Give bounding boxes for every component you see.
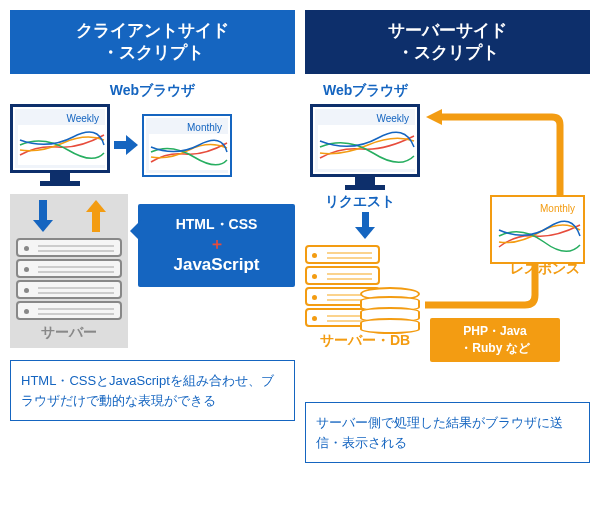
response-chart-monthly: Monthly: [490, 195, 585, 264]
request-label: リクエスト: [325, 193, 395, 211]
chart-icon: [149, 134, 229, 170]
callout-line1: HTML・CSS: [148, 216, 285, 234]
database-icon: [360, 287, 420, 329]
chart-icon: [497, 215, 582, 257]
plus-icon: ＋: [148, 234, 285, 255]
footer-description: HTML・CSSとJavaScriptを組み合わせ、ブラウザだけで動的な表現がで…: [10, 360, 295, 421]
browser-monitor-weekly: Weekly: [10, 104, 110, 186]
browser-label-right: Webブラウザ: [323, 82, 590, 100]
chart-title: Monthly: [497, 202, 578, 215]
server-box: サーバー: [10, 194, 128, 348]
server-side-panel: サーバーサイド ・スクリプト Webブラウザ Weekly: [305, 10, 590, 463]
lang-callout: PHP・Java ・Ruby など: [430, 318, 560, 362]
browser-monitor-weekly-right: Weekly: [310, 104, 420, 190]
chart-title: Weekly: [318, 112, 412, 125]
server-header: サーバーサイド ・スクリプト: [305, 10, 590, 74]
server-db-label: サーバー・DB: [320, 332, 410, 350]
browser-label-left: Webブラウザ: [10, 82, 295, 100]
chart-title-monthly: Monthly: [149, 121, 225, 134]
chart-icon: [18, 125, 106, 165]
chart-title-weekly: Weekly: [18, 112, 102, 125]
client-header: クライアントサイド ・スクリプト: [10, 10, 295, 74]
chart-icon: [318, 125, 416, 169]
client-side-panel: クライアントサイド ・スクリプト Webブラウザ Weekly: [10, 10, 295, 463]
server-label: サーバー: [16, 324, 122, 342]
callout-line2: JavaScript: [148, 255, 285, 275]
arrow-up-icon: [86, 200, 106, 232]
tech-callout: HTML・CSS ＋ JavaScript: [138, 204, 295, 287]
footer-description: サーバー側で処理した結果がブラウザに送信・表示される: [305, 402, 590, 463]
arrow-down-icon: [33, 200, 53, 232]
arrow-right-icon: [114, 135, 138, 155]
server-stack-icon: [16, 238, 122, 320]
request-arrow-icon: [355, 212, 375, 239]
callout-arrow-icon: [118, 219, 142, 243]
browser-monitor-monthly: Monthly: [142, 114, 232, 177]
